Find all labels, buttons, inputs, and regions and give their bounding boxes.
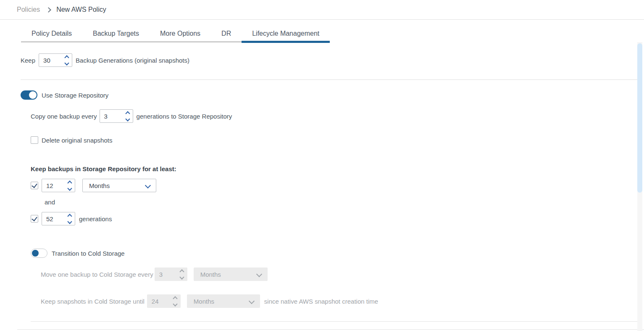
retention-generations-spinner[interactable] [65, 212, 75, 225]
cold-keep-unit-select: Months [187, 294, 260, 308]
toggle-knob [32, 250, 39, 257]
delete-original-checkbox[interactable] [31, 136, 38, 144]
breadcrumb-policies-link[interactable]: Policies [17, 6, 40, 13]
cold-storage-toggle-row: Transition to Cold Storage [31, 249, 125, 258]
cold-move-input [155, 271, 177, 278]
chevron-up-icon [179, 269, 184, 274]
retention-unit-select[interactable]: Months [82, 179, 156, 192]
copy-generations-field [100, 109, 133, 123]
retention-time-input[interactable] [42, 182, 65, 189]
storage-repository-toggle-row: Use Storage Repository [21, 90, 108, 100]
use-storage-repository-label: Use Storage Repository [42, 92, 108, 99]
cold-keep-input [147, 298, 170, 305]
tab-dr[interactable]: DR [211, 26, 242, 41]
cold-keep-spinner [170, 295, 180, 307]
cold-keep-suffix-label: since native AWS snapshot creation time [264, 298, 378, 305]
chevron-down-icon [173, 302, 177, 306]
bottom-divider [17, 329, 644, 330]
retention-generations-checkbox[interactable] [31, 215, 38, 222]
retention-generations-row: generations [31, 212, 112, 225]
transition-cold-storage-toggle[interactable] [31, 249, 47, 258]
chevron-down-icon [249, 298, 255, 304]
policy-tabs: Policy Details Backup Targets More Optio… [21, 26, 330, 42]
copy-backup-prefix-label: Copy one backup every [31, 113, 97, 120]
transition-cold-storage-label: Transition to Cold Storage [52, 250, 125, 257]
cold-keep-field [147, 294, 181, 308]
delete-original-label: Delete original snapshots [42, 137, 112, 144]
copy-backup-suffix-label: generations to Storage Repository [137, 113, 232, 120]
retention-time-checkbox[interactable] [31, 182, 38, 189]
keep-generations-suffix-label: Backup Generations (original snapshots) [76, 57, 189, 64]
chevron-down-icon[interactable] [67, 219, 72, 224]
cold-move-field [155, 267, 187, 281]
tab-policy-details[interactable]: Policy Details [21, 26, 82, 41]
cold-move-prefix-label: Move one backup to Cold Storage every [41, 271, 153, 278]
chevron-up-icon[interactable] [67, 214, 72, 218]
retention-generations-label: generations [79, 215, 112, 222]
tab-backup-targets[interactable]: Backup Targets [82, 26, 150, 41]
breadcrumb: Policies New AWS Policy [0, 0, 644, 20]
toggle-knob [29, 91, 37, 99]
delete-original-row: Delete original snapshots [31, 133, 112, 147]
cold-move-row: Move one backup to Cold Storage every Mo… [41, 267, 268, 281]
chevron-down-icon[interactable] [67, 186, 72, 191]
cold-keep-prefix-label: Keep snapshots in Cold Storage until [41, 298, 145, 305]
chevron-down-icon [179, 275, 184, 279]
cold-keep-row: Keep snapshots in Cold Storage until Mon… [41, 294, 378, 308]
subsection-divider [31, 321, 637, 322]
cold-move-unit-select: Months [194, 267, 268, 281]
backup-generations-spinner[interactable] [62, 54, 72, 66]
cold-move-spinner [177, 268, 187, 281]
use-storage-repository-toggle[interactable] [21, 90, 37, 100]
retention-time-row: Months [31, 179, 156, 192]
lifecycle-management-page: Policies New AWS Policy Policy Details B… [0, 0, 644, 331]
keep-generations-prefix-label: Keep [21, 57, 35, 64]
copy-generations-input[interactable] [100, 113, 123, 120]
backup-generations-field [39, 53, 72, 67]
retention-unit-value: Months [89, 182, 110, 189]
retention-time-field [42, 179, 75, 192]
chevron-up-icon[interactable] [125, 111, 130, 116]
retention-time-spinner[interactable] [65, 179, 75, 192]
chevron-up-icon[interactable] [64, 55, 69, 60]
copy-generations-spinner[interactable] [123, 110, 133, 122]
cold-move-unit-value: Months [200, 271, 221, 278]
and-label: and [45, 199, 55, 206]
retention-generations-field [42, 212, 75, 225]
copy-backup-row: Copy one backup every generations to Sto… [31, 109, 232, 123]
section-divider [21, 79, 637, 80]
retention-generations-input[interactable] [42, 215, 65, 222]
scrollbar-thumb[interactable] [637, 43, 642, 193]
chevron-down-icon [256, 271, 262, 277]
tab-more-options[interactable]: More Options [150, 26, 211, 41]
page-title: New AWS Policy [56, 6, 106, 13]
keep-generations-row: Keep Backup Generations (original snapsh… [21, 53, 189, 67]
chevron-right-icon [46, 7, 51, 13]
chevron-down-icon[interactable] [125, 117, 130, 121]
chevron-up-icon [173, 296, 177, 301]
cold-keep-unit-value: Months [194, 298, 214, 305]
chevron-down-icon [145, 183, 151, 188]
tab-lifecycle-management[interactable]: Lifecycle Management [242, 26, 330, 41]
backup-generations-input[interactable] [39, 57, 62, 64]
chevron-up-icon[interactable] [67, 180, 72, 185]
chevron-down-icon[interactable] [64, 61, 69, 65]
retention-heading: Keep backups in Storage Repository for a… [31, 165, 176, 172]
